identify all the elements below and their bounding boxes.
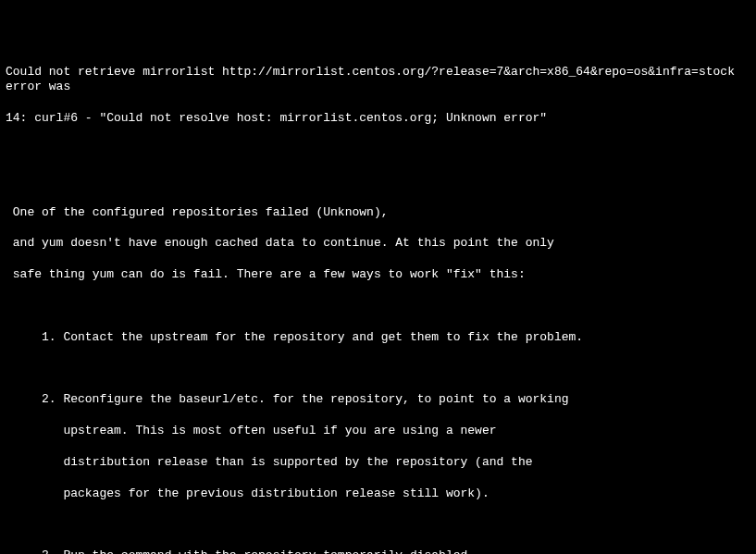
item-2-line-3: distribution release than is supported b… [6,455,750,471]
item-2-line-4: packages for the previous distribution r… [6,486,750,502]
intro-line-1: One of the configured repositories faile… [6,205,750,221]
item-3-line-1: 3. Run the command with the repository t… [6,548,750,554]
blank-line [6,361,750,376]
intro-line-2: and yum doesn't have enough cached data … [6,236,750,252]
blank-line [6,517,750,533]
error-line-2: 14: curl#6 - "Could not resolve host: mi… [6,111,750,127]
blank-line [6,174,750,190]
intro-line-3: safe thing yum can do is fail. There are… [6,267,750,283]
error-line-1: Could not retrieve mirrorlist http://mir… [6,65,750,96]
blank-line [6,142,750,158]
item-1-line-1: 1. Contact the upstream for the reposito… [6,330,750,346]
item-2-line-1: 2. Reconfigure the baseurl/etc. for the … [6,392,750,408]
blank-line [6,299,750,314]
item-2-line-2: upstream. This is most often useful if y… [6,424,750,439]
